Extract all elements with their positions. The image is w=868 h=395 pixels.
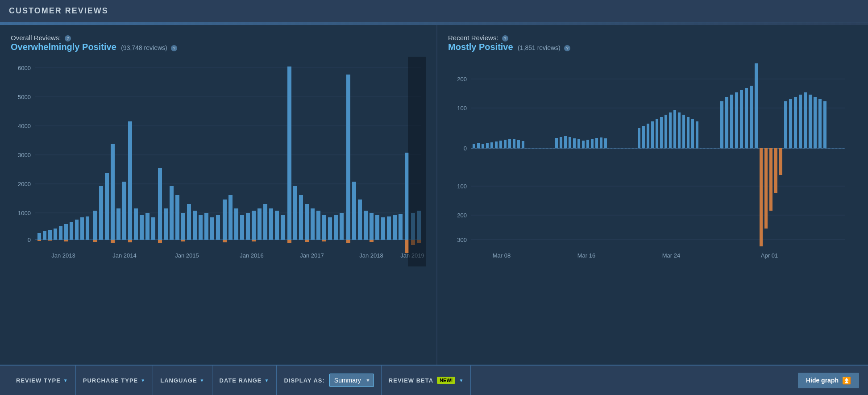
date-range-label: DATE RANGE xyxy=(220,377,262,384)
overall-rating: Overwhelmingly Positive xyxy=(11,42,116,52)
svg-rect-128 xyxy=(513,139,515,148)
svg-rect-161 xyxy=(740,90,743,148)
svg-rect-145 xyxy=(647,124,649,148)
review-type-label: REVIEW TYPE xyxy=(16,377,61,384)
overall-help-icon[interactable]: ? xyxy=(65,35,71,42)
svg-rect-169 xyxy=(779,148,782,175)
svg-rect-70 xyxy=(305,204,309,240)
svg-text:Jan 2018: Jan 2018 xyxy=(359,252,383,259)
svg-rect-48 xyxy=(199,215,203,240)
svg-rect-166 xyxy=(764,148,768,229)
svg-rect-20 xyxy=(70,222,73,240)
purchase-type-label: PURCHASE TYPE xyxy=(83,377,138,384)
recent-rating-help-icon[interactable]: ? xyxy=(564,45,570,51)
svg-rect-39 xyxy=(111,240,115,243)
svg-rect-90 xyxy=(346,240,350,243)
svg-rect-156 xyxy=(696,121,698,148)
svg-rect-158 xyxy=(725,97,728,148)
display-as-select[interactable]: Summary Recent All xyxy=(329,374,374,387)
svg-rect-134 xyxy=(569,137,571,148)
recent-help-icon[interactable]: ? xyxy=(502,35,508,42)
svg-rect-31 xyxy=(116,208,120,240)
language-button[interactable]: LANGUAGE ▼ xyxy=(153,366,212,395)
svg-rect-119 xyxy=(473,144,475,148)
svg-rect-176 xyxy=(814,97,817,148)
overall-reviews-header: Overall Reviews: ? Overwhelmingly Positi… xyxy=(11,34,426,52)
svg-rect-71 xyxy=(311,208,315,240)
bottom-filter-bar: REVIEW TYPE ▼ PURCHASE TYPE ▼ LANGUAGE ▼… xyxy=(0,365,868,395)
svg-rect-67 xyxy=(287,67,291,240)
svg-rect-174 xyxy=(804,92,807,148)
svg-rect-37 xyxy=(151,217,155,240)
svg-rect-143 xyxy=(638,128,640,148)
svg-rect-68 xyxy=(293,186,297,240)
svg-rect-138 xyxy=(586,140,589,148)
review-type-button[interactable]: REVIEW TYPE ▼ xyxy=(9,366,76,395)
svg-rect-38 xyxy=(93,240,97,242)
svg-rect-83 xyxy=(364,211,368,240)
svg-rect-22 xyxy=(80,217,84,240)
svg-rect-150 xyxy=(669,112,672,148)
svg-rect-64 xyxy=(281,215,285,240)
svg-rect-144 xyxy=(642,126,645,148)
svg-text:5000: 5000 xyxy=(18,94,31,100)
svg-rect-27 xyxy=(93,211,97,240)
svg-text:200: 200 xyxy=(457,76,467,83)
review-type-arrow-icon: ▼ xyxy=(63,378,68,383)
overall-chart-panel: Overall Reviews: ? Overwhelmingly Positi… xyxy=(0,25,437,365)
svg-rect-175 xyxy=(809,95,812,148)
svg-rect-40 xyxy=(128,240,132,242)
recent-label: Recent Reviews: xyxy=(448,34,498,42)
svg-rect-45 xyxy=(181,213,185,240)
svg-rect-133 xyxy=(564,136,567,148)
svg-rect-77 xyxy=(287,240,291,243)
svg-rect-136 xyxy=(577,139,580,148)
recent-chart-svg: 200 100 0 100 200 300 xyxy=(448,57,850,266)
svg-rect-44 xyxy=(175,195,179,240)
svg-rect-41 xyxy=(158,168,162,240)
svg-rect-51 xyxy=(216,215,220,240)
overall-rating-help-icon[interactable]: ? xyxy=(171,45,177,51)
svg-text:Mar 24: Mar 24 xyxy=(662,252,680,259)
svg-rect-173 xyxy=(799,95,802,148)
svg-rect-29 xyxy=(105,173,109,240)
svg-rect-78 xyxy=(305,240,309,242)
review-beta-arrow-icon: ▼ xyxy=(459,378,463,383)
charts-row: Overall Reviews: ? Overwhelmingly Positi… xyxy=(0,25,868,365)
purchase-type-arrow-icon: ▼ xyxy=(141,378,145,383)
svg-text:0: 0 xyxy=(28,237,31,243)
svg-rect-135 xyxy=(573,138,576,148)
svg-rect-167 xyxy=(769,148,772,211)
svg-rect-152 xyxy=(678,112,681,148)
svg-rect-87 xyxy=(387,216,391,240)
svg-rect-160 xyxy=(735,92,738,148)
hide-graph-label: Hide graph xyxy=(806,377,839,384)
recent-chart-panel: Recent Reviews: ? Mostly Positive (1,851… xyxy=(437,25,868,365)
svg-rect-82 xyxy=(358,200,362,240)
svg-rect-24 xyxy=(37,240,41,241)
svg-rect-16 xyxy=(48,230,52,240)
recent-count: (1,851 reviews) xyxy=(518,44,561,51)
svg-text:100: 100 xyxy=(457,183,467,190)
svg-rect-120 xyxy=(477,143,480,148)
svg-rect-159 xyxy=(730,95,733,148)
svg-rect-177 xyxy=(818,99,822,148)
svg-marker-105 xyxy=(408,57,426,266)
svg-rect-155 xyxy=(691,119,694,148)
svg-rect-61 xyxy=(263,204,267,240)
svg-rect-57 xyxy=(240,215,244,240)
svg-rect-165 xyxy=(760,148,763,246)
date-range-button[interactable]: DATE RANGE ▼ xyxy=(212,366,277,395)
display-as-label: DISPLAY AS: xyxy=(284,377,324,384)
page-wrapper: CUSTOMER REVIEWS Overall Reviews: ? Over… xyxy=(0,0,868,395)
svg-rect-163 xyxy=(750,86,753,148)
language-label: LANGUAGE xyxy=(160,377,197,384)
svg-rect-52 xyxy=(158,240,162,243)
svg-text:Jan 2015: Jan 2015 xyxy=(175,252,199,259)
svg-rect-30 xyxy=(111,144,115,240)
hide-graph-button[interactable]: Hide graph ⏫ xyxy=(798,373,859,388)
svg-rect-137 xyxy=(582,141,585,148)
svg-rect-34 xyxy=(134,208,138,240)
svg-rect-23 xyxy=(86,216,89,240)
purchase-type-button[interactable]: PURCHASE TYPE ▼ xyxy=(76,366,153,395)
